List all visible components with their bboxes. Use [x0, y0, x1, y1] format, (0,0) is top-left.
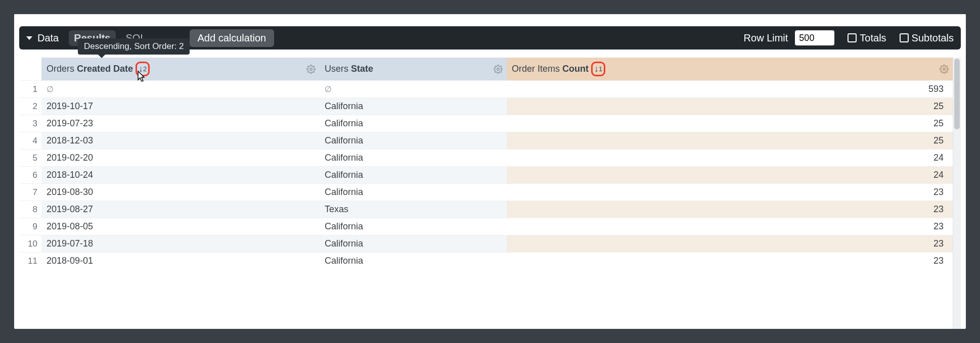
gear-icon[interactable] — [940, 65, 949, 74]
sort-desc-icon: ↓ — [139, 64, 143, 74]
sort-tooltip: Descending, Sort Order: 2 — [78, 38, 190, 55]
totals-checkbox-group[interactable]: Totals — [848, 32, 886, 44]
vertical-scrollbar[interactable] — [953, 58, 961, 329]
svg-point-1 — [497, 68, 500, 70]
row-limit-group: Row Limit — [744, 30, 835, 45]
cell-created-date[interactable]: 2019-08-30 — [41, 184, 320, 201]
cell-created-date[interactable]: 2019-08-27 — [41, 201, 320, 218]
table-row: 112018-09-01California23 — [19, 253, 953, 270]
header-order-items-count[interactable]: Order Items Count ↓ 1 — [507, 58, 953, 81]
row-number: 8 — [19, 201, 41, 218]
table-row: 32019-07-23California25 — [19, 115, 953, 132]
cell-count[interactable]: 25 — [507, 132, 953, 150]
row-number: 3 — [19, 115, 41, 132]
row-number: 10 — [19, 235, 41, 253]
row-number: 11 — [19, 253, 41, 270]
gear-icon[interactable] — [494, 65, 503, 74]
caret-down-icon[interactable] — [26, 36, 32, 40]
row-number: 7 — [19, 184, 41, 201]
cell-count[interactable]: 23 — [507, 253, 953, 270]
cell-count[interactable]: 23 — [507, 201, 953, 218]
add-calculation-button[interactable]: Add calculation — [190, 29, 275, 47]
cell-state[interactable]: Texas — [320, 201, 507, 218]
cell-created-date[interactable]: 2019-10-17 — [41, 98, 320, 115]
table-row: 1∅∅593 — [19, 81, 953, 98]
row-number: 6 — [19, 167, 41, 184]
cell-count[interactable]: 593 — [507, 81, 953, 98]
cell-state[interactable]: California — [320, 253, 507, 270]
cell-created-date[interactable]: 2018-09-01 — [41, 253, 320, 270]
row-number: 9 — [19, 218, 41, 235]
scrollbar-thumb[interactable] — [954, 59, 960, 129]
row-number: 2 — [19, 98, 41, 115]
table-row: 62018-10-24California24 — [19, 167, 953, 184]
cell-created-date[interactable]: 2019-08-05 — [41, 218, 320, 235]
cell-count[interactable]: 23 — [507, 184, 953, 201]
cell-state[interactable]: California — [320, 184, 507, 201]
results-table: Orders Created Date ↓ 2 Users State — [19, 58, 953, 270]
cell-count[interactable]: 25 — [507, 98, 953, 115]
header-orders-created-date[interactable]: Orders Created Date ↓ 2 — [41, 58, 320, 81]
sort-indicator-col1[interactable]: ↓ 2 — [136, 62, 150, 76]
table-row: 52019-02-20California24 — [19, 150, 953, 167]
table-row: 42018-12-03California25 — [19, 132, 953, 150]
row-number: 4 — [19, 132, 41, 150]
svg-point-0 — [310, 68, 313, 70]
cell-created-date[interactable]: 2018-10-24 — [41, 167, 320, 184]
cell-count[interactable]: 23 — [507, 218, 953, 235]
cell-created-date[interactable]: 2019-07-23 — [41, 115, 320, 132]
cell-created-date[interactable]: ∅ — [41, 81, 320, 98]
cell-created-date[interactable]: 2019-07-18 — [41, 235, 320, 253]
cell-created-date[interactable]: 2018-12-03 — [41, 132, 320, 150]
table-row: 72019-08-30California23 — [19, 184, 953, 201]
header-rownum — [19, 58, 41, 81]
cell-state[interactable]: California — [320, 132, 507, 150]
table-body: 1∅∅59322019-10-17California2532019-07-23… — [19, 81, 953, 270]
cell-count[interactable]: 25 — [507, 115, 953, 132]
cell-state[interactable]: California — [320, 115, 507, 132]
subtotals-label: Subtotals — [912, 32, 954, 44]
totals-label: Totals — [860, 32, 886, 44]
cell-state[interactable]: California — [320, 98, 507, 115]
cell-state[interactable]: California — [320, 167, 507, 184]
subtotals-checkbox[interactable] — [900, 33, 909, 42]
row-limit-input[interactable] — [795, 30, 834, 45]
data-panel: Data Results SQL Add calculation Row Lim… — [14, 14, 966, 329]
table-container: Orders Created Date ↓ 2 Users State — [19, 58, 961, 329]
data-toolbar: Data Results SQL Add calculation Row Lim… — [19, 26, 961, 50]
row-number: 1 — [19, 81, 41, 98]
totals-checkbox[interactable] — [848, 33, 857, 42]
svg-point-2 — [943, 68, 946, 70]
cell-state[interactable]: California — [320, 218, 507, 235]
gear-icon[interactable] — [306, 65, 316, 74]
cell-count[interactable]: 24 — [507, 150, 953, 167]
table-row: 82019-08-27Texas23 — [19, 201, 953, 218]
sort-desc-icon: ↓ — [594, 64, 599, 74]
table-row: 22019-10-17California25 — [19, 98, 953, 115]
panel-top-gap — [14, 14, 966, 26]
table-row: 92019-08-05California23 — [19, 218, 953, 235]
row-limit-label: Row Limit — [744, 32, 788, 44]
sort-indicator-col3[interactable]: ↓ 1 — [591, 62, 605, 76]
cell-state[interactable]: California — [320, 235, 507, 253]
subtotals-checkbox-group[interactable]: Subtotals — [900, 32, 954, 44]
table-row: 102019-07-18California23 — [19, 235, 953, 253]
cell-count[interactable]: 23 — [507, 235, 953, 253]
cell-count[interactable]: 24 — [507, 167, 953, 184]
header-users-state[interactable]: Users State — [320, 58, 507, 81]
cell-created-date[interactable]: 2019-02-20 — [41, 150, 320, 167]
data-section-label[interactable]: Data — [37, 32, 59, 44]
cell-state[interactable]: ∅ — [320, 81, 507, 98]
cell-state[interactable]: California — [320, 150, 507, 167]
row-number: 5 — [19, 150, 41, 167]
